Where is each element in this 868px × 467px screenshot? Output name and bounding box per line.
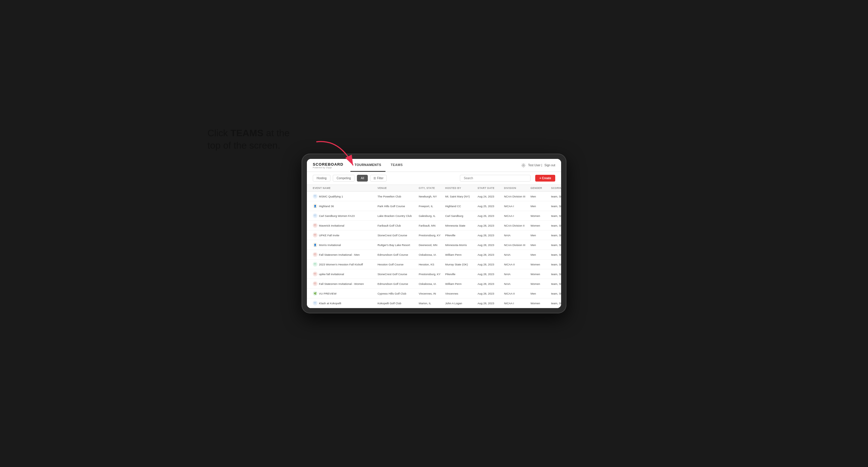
cell-date: Aug 25, 2023 xyxy=(477,205,504,208)
instruction-line2: at the xyxy=(264,128,289,138)
cell-event-name: 👤 Highland 36 xyxy=(313,204,377,208)
competing-button[interactable]: Competing xyxy=(333,175,354,182)
tablet-frame: SCOREBOARD Powered by Clippi TOURNAMENTS… xyxy=(302,154,566,313)
cell-city: Freeport, IL xyxy=(419,205,445,208)
cell-gender: Women xyxy=(530,224,551,227)
cell-venue: StoneCrest Golf Course xyxy=(377,273,419,276)
search-input[interactable] xyxy=(460,175,530,182)
table-row: 🛡 Fall Statesmen Invitational - Women Ed… xyxy=(307,279,561,289)
cell-date: Aug 28, 2023 xyxy=(477,292,504,295)
logo-area: SCOREBOARD Powered by Clippi xyxy=(313,162,343,168)
col-scoring: SCORING xyxy=(551,187,561,189)
cell-city: Hesston, KS xyxy=(419,263,445,266)
cell-venue: Edmundson Golf Course xyxy=(377,282,419,285)
cell-gender: Men xyxy=(530,292,551,295)
event-name-text: Maverick Invitational xyxy=(319,224,344,227)
table-row: 🛡 Maverick Invitational Faribault Golf C… xyxy=(307,221,561,230)
cell-scoring: team, Stroke Play xyxy=(551,263,561,266)
cell-division: NAIA xyxy=(504,253,530,256)
hosting-button[interactable]: Hosting xyxy=(313,175,331,182)
table-row: 🛡 Klash at Kokopelli Kokopelli Golf Club… xyxy=(307,299,561,308)
cell-hosted-by: William Penn xyxy=(445,282,477,285)
cell-division: NAIA xyxy=(504,273,530,276)
cell-scoring: team, Stroke Play xyxy=(551,234,561,237)
cell-hosted-by: Pikeville xyxy=(445,273,477,276)
nav-tab-teams[interactable]: TEAMS xyxy=(386,159,407,172)
event-name-text: Highland 36 xyxy=(319,205,334,208)
cell-venue: StoneCrest Golf Course xyxy=(377,234,419,237)
cell-city: Newburgh, NY xyxy=(419,195,445,198)
team-icon: 🛡 xyxy=(313,213,317,218)
cell-hosted-by: Carl Sandburg xyxy=(445,214,477,217)
cell-date: Aug 28, 2023 xyxy=(477,273,504,276)
instruction-line3: top of the screen. xyxy=(208,140,280,151)
logo-sub: Powered by Clippi xyxy=(313,166,343,168)
create-button[interactable]: + Create xyxy=(535,175,555,182)
cell-event-name: 🌿 VU PREVIEW xyxy=(313,291,377,296)
col-city-state: CITY, STATE xyxy=(419,187,445,189)
cell-event-name: 🛡 upike fall invitational xyxy=(313,272,377,276)
cell-gender: Women xyxy=(530,302,551,305)
cell-date: Aug 28, 2023 xyxy=(477,302,504,305)
table-row: 🛡 Fall Statesmen Invitational - Men Edmu… xyxy=(307,250,561,259)
team-icon: 🛡 xyxy=(313,223,317,228)
cell-hosted-by: Highland CC xyxy=(445,205,477,208)
cell-event-name: 🛡 Fall Statesmen Invitational - Women xyxy=(313,281,377,286)
cell-scoring: team, Stroke Play xyxy=(551,214,561,217)
cell-city: Prestonsburg, KY xyxy=(419,273,445,276)
tournaments-table: EVENT NAME VENUE CITY, STATE HOSTED BY S… xyxy=(307,185,561,308)
team-icon: 🛡 xyxy=(313,272,317,276)
cell-division: NICAA II xyxy=(504,292,530,295)
cell-scoring: team, Stroke Play xyxy=(551,273,561,276)
instruction-line1: Click xyxy=(208,128,230,138)
cell-scoring: team, Stroke Play xyxy=(551,224,561,227)
cell-division: NCAA Division III xyxy=(504,243,530,247)
cell-scoring: team, Stroke Play xyxy=(551,302,561,305)
table-row: 🛡 Carl Sandburg Women FA23 Lake Bracken … xyxy=(307,211,561,221)
sign-out-link[interactable]: Sign out xyxy=(544,164,555,167)
cell-gender: Men xyxy=(530,253,551,256)
team-icon: 🛡 xyxy=(313,194,317,199)
event-name-text: UPKE Fall Invite xyxy=(319,234,339,237)
cell-city: Marion, IL xyxy=(419,302,445,305)
team-icon: 👤 xyxy=(313,204,317,208)
cell-date: Aug 28, 2023 xyxy=(477,234,504,237)
team-icon: 🛡 xyxy=(313,252,317,257)
cell-city: Prestonsburg, KY xyxy=(419,234,445,237)
cell-venue: Cypress Hills Golf Club xyxy=(377,292,419,295)
app-header: SCOREBOARD Powered by Clippi TOURNAMENTS… xyxy=(307,159,561,172)
cell-gender: Men xyxy=(530,234,551,237)
svg-point-1 xyxy=(523,164,524,166)
cell-division: NCAA Division III xyxy=(504,195,530,198)
col-gender: GENDER xyxy=(530,187,551,189)
logo-text: SCOREBOARD xyxy=(313,162,343,166)
cell-gender: Men xyxy=(530,195,551,198)
cell-venue: Hesston Golf Course xyxy=(377,263,419,266)
nav-tab-tournaments[interactable]: TOURNAMENTS xyxy=(350,159,385,172)
cell-city: Oskaloosa, IA xyxy=(419,253,445,256)
cell-gender: Men xyxy=(530,205,551,208)
col-start-date: START DATE xyxy=(477,187,504,189)
cell-event-name: 🛡 Carl Sandburg Women FA23 xyxy=(313,213,377,218)
cell-date: Aug 26, 2023 xyxy=(477,214,504,217)
cell-event-name: 🛡 Maverick Invitational xyxy=(313,223,377,228)
all-button[interactable]: All xyxy=(357,175,368,182)
gear-icon[interactable] xyxy=(521,163,526,168)
cell-gender: Women xyxy=(530,214,551,217)
table-header: EVENT NAME VENUE CITY, STATE HOSTED BY S… xyxy=(307,185,561,192)
cell-division: NICAA I xyxy=(504,302,530,305)
cell-hosted-by: William Penn xyxy=(445,253,477,256)
event-name-text: upike fall invitational xyxy=(319,273,344,276)
event-name-text: Carl Sandburg Women FA23 xyxy=(319,214,354,217)
cell-scoring: team, Stroke Play xyxy=(551,282,561,285)
team-icon: 🛡 xyxy=(313,233,317,238)
cell-division: NCAA Division II xyxy=(504,224,530,227)
cell-event-name: 🛡 Klash at Kokopelli xyxy=(313,301,377,306)
cell-event-name: 🛡 UPKE Fall Invite xyxy=(313,233,377,238)
col-venue: VENUE xyxy=(377,187,419,189)
cell-hosted-by: Murray State (OK) xyxy=(445,263,477,266)
table-row: 👤 Highland 36 Park Hills Golf Course Fre… xyxy=(307,201,561,211)
instruction-bold: TEAMS xyxy=(230,128,264,138)
filter-button[interactable]: ☰ Filter xyxy=(370,175,386,182)
team-icon: 🛡 xyxy=(313,262,317,267)
